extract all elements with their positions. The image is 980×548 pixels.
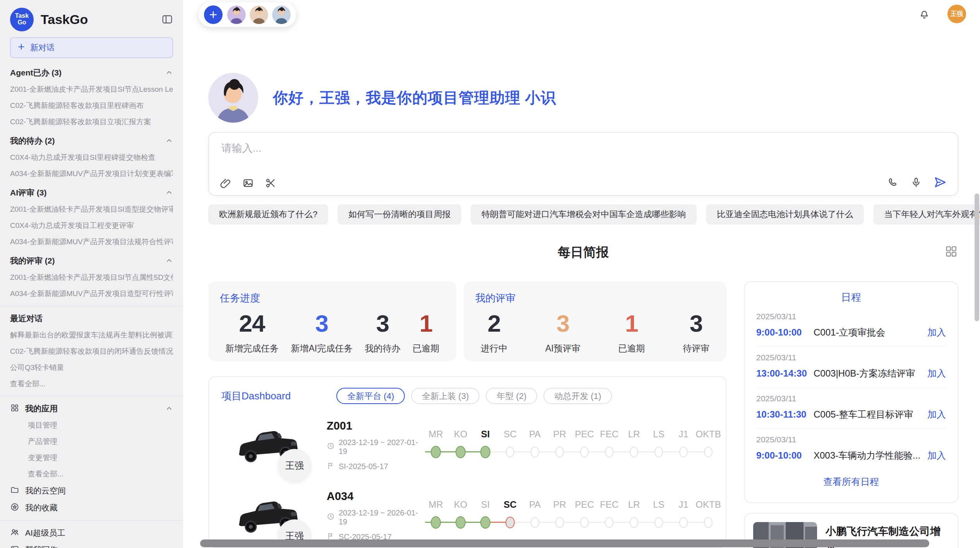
stat-value: 2 bbox=[481, 310, 507, 337]
milestone: PEC bbox=[572, 429, 597, 458]
notification-bell-icon[interactable] bbox=[918, 8, 930, 20]
project-dates: 2023-12-19 ~ 2027-01-19 bbox=[327, 438, 423, 456]
event-join-link[interactable]: 加入 bbox=[927, 449, 946, 462]
scissors-icon[interactable] bbox=[265, 177, 276, 189]
sidebar-item-cloud-space[interactable]: 我的云空间 bbox=[10, 482, 173, 499]
sidebar-task-item[interactable]: C0X4-动力总成开发项目SI里程碑提交物检查 bbox=[10, 149, 173, 166]
sidebar-section-header[interactable]: AI评审 (3) bbox=[10, 184, 173, 201]
milestone-label: LS bbox=[653, 429, 664, 442]
recent-chat-item[interactable]: 公司Q3轻卡销量 bbox=[10, 360, 173, 376]
section-title: Agent已办 (3) bbox=[10, 67, 62, 78]
suggestion-chip[interactable]: 欧洲新规最近颁布了什么? bbox=[208, 204, 328, 224]
schedule-event: 2025/03/119:00-10:00C001-立项审批会加入 bbox=[756, 306, 946, 347]
sidebar-task-item[interactable]: Z001-全新燃油皮卡产品开发项目SI节点Lesson Learn报告 bbox=[10, 81, 173, 98]
image-upload-icon[interactable] bbox=[242, 177, 254, 189]
event-time: 13:00-14:30 bbox=[756, 368, 814, 379]
project-owner-avatar: 王强 bbox=[278, 449, 311, 482]
event-join-link[interactable]: 加入 bbox=[927, 408, 946, 421]
sidebar-section-header[interactable]: 我的评审 (2) bbox=[10, 252, 173, 269]
send-icon[interactable] bbox=[934, 176, 947, 189]
layout-grid-icon[interactable] bbox=[944, 245, 958, 259]
event-name: C005-整车工程目标评审 bbox=[814, 408, 927, 421]
sidebar-section-header[interactable]: Agent已办 (3) bbox=[10, 64, 173, 81]
section-title: AI评审 (3) bbox=[10, 187, 47, 198]
dashboard-filter-tab[interactable]: 全新上装 (3) bbox=[411, 388, 480, 404]
stat-row: 2进行中3AI预评审1已逾期3待评审 bbox=[475, 305, 715, 354]
mic-icon[interactable] bbox=[910, 176, 922, 188]
horizontal-scrollbar[interactable] bbox=[200, 539, 929, 547]
chevron-up-icon bbox=[165, 69, 173, 77]
sidebar-task-item[interactable]: Z001-全新燃油轻卡产品开发项目SI造型提交物评审 bbox=[10, 201, 173, 217]
dashboard-filters: 全新平台 (4)全新上装 (3)年型 (2)动总开发 (1) bbox=[336, 388, 612, 404]
attach-icon[interactable] bbox=[220, 177, 231, 189]
stat-label: 进行中 bbox=[481, 342, 507, 354]
add-agent-button[interactable] bbox=[204, 5, 223, 24]
suggestion-chip[interactable]: 比亚迪全固态电池计划具体说了什么 bbox=[706, 204, 864, 224]
new-chat-button[interactable]: 新对话 bbox=[10, 37, 173, 58]
app-item[interactable]: 变更管理 bbox=[10, 450, 173, 466]
sidebar-item-people[interactable]: AI超级员工 bbox=[10, 524, 173, 541]
milestone-node bbox=[505, 517, 515, 528]
recent-chat-item[interactable]: C02-飞腾新能源轻客改款项目的闭环通告反馈情况 bbox=[10, 343, 173, 360]
milestone: PA bbox=[523, 429, 547, 458]
dashboard-filter-tab[interactable]: 年型 (2) bbox=[486, 388, 537, 404]
vertical-scrollbar[interactable] bbox=[975, 194, 979, 321]
recent-chat-item[interactable]: 解释最新出台的欧盟报废车法规再生塑料比例被调至15%... bbox=[10, 327, 173, 343]
suggestion-chip[interactable]: 当下年轻人对汽车外观有怎样的喜好趋势 bbox=[873, 204, 980, 224]
sidebar-section-header[interactable]: 我的待办 (2) bbox=[10, 132, 173, 149]
milestone-label: FEC bbox=[600, 429, 618, 442]
card-title: 任务进度 bbox=[220, 291, 445, 305]
dashboard-title: 项目Dashboard bbox=[221, 389, 291, 403]
stat: 3待评审 bbox=[683, 310, 709, 354]
event-join-link[interactable]: 加入 bbox=[927, 367, 946, 380]
milestone-label: PEC bbox=[575, 499, 594, 512]
agent-avatar[interactable] bbox=[227, 5, 246, 24]
suggestion-chip[interactable]: 如何写一份清晰的项目周报 bbox=[338, 204, 461, 224]
sidebar-item-photo[interactable]: 帮我写作 bbox=[10, 541, 173, 548]
phone-icon[interactable] bbox=[887, 176, 899, 188]
project-code: Z001 bbox=[327, 420, 423, 432]
app-logo: Task Go bbox=[10, 8, 34, 31]
sidebar-collapse-icon[interactable] bbox=[161, 14, 173, 25]
my-apps-header[interactable]: 我的应用 bbox=[10, 400, 173, 417]
milestone-node bbox=[555, 517, 564, 528]
agent-avatar[interactable] bbox=[250, 5, 268, 24]
chat-input[interactable] bbox=[221, 142, 880, 155]
chevron-up-icon bbox=[165, 257, 173, 265]
sidebar-task-item[interactable]: C02-飞腾新能源轻客改款项目里程碑画布 bbox=[10, 98, 173, 114]
project-dates-text: 2023-12-19 ~ 2027-01-19 bbox=[339, 438, 423, 456]
divider bbox=[0, 306, 183, 306]
sidebar-item-favorites[interactable]: 我的收藏 bbox=[10, 499, 173, 516]
dashboard-filter-tab[interactable]: 全新平台 (4) bbox=[336, 388, 405, 404]
sidebar-task-item[interactable]: A034-全新新能源MUV产品开发项目法规符合性评审 bbox=[10, 234, 173, 250]
sidebar-task-item[interactable]: C02-飞腾新能源轻客改款项目立项汇报方案 bbox=[10, 114, 173, 130]
view-all-apps-link[interactable]: 查看全部... bbox=[10, 466, 173, 482]
flag-icon bbox=[327, 462, 335, 472]
user-avatar[interactable]: 王强 bbox=[947, 5, 966, 23]
agent-avatar[interactable] bbox=[272, 5, 291, 24]
milestone-label: PEC bbox=[575, 429, 594, 442]
sidebar-task-item[interactable]: A034-全新新能源MUV产品开发项目造型可行性评审 bbox=[10, 286, 173, 302]
view-all-schedule-link[interactable]: 查看所有日程 bbox=[756, 476, 946, 488]
main-area: 王强 你好，王强，我是你的项目管理助理 小识 bbox=[183, 0, 980, 548]
suggestion-chips: 欧洲新规最近颁布了什么?如何写一份清晰的项目周报特朗普可能对进口汽车增税会对中国… bbox=[208, 204, 961, 224]
stat-value: 1 bbox=[413, 310, 439, 337]
schedule-event: 2025/03/1110:30-11:30C005-整车工程目标评审加入 bbox=[756, 388, 946, 429]
milestone: SI bbox=[473, 429, 498, 458]
project-row[interactable]: 王强Z0012023-12-19 ~ 2027-01-19SI-2025-05-… bbox=[221, 416, 726, 474]
event-join-link[interactable]: 加入 bbox=[927, 326, 946, 339]
project-row[interactable]: 王强A0342023-12-19 ~ 2026-01-19SC-2025-05-… bbox=[221, 487, 726, 545]
sidebar-task-item[interactable]: C0X4-动力总成开发项目工程变更评审 bbox=[10, 217, 173, 234]
project-flag-text: SI-2025-05-17 bbox=[339, 462, 388, 471]
dashboard-filter-tab[interactable]: 动总开发 (1) bbox=[543, 388, 612, 404]
sidebar-task-item[interactable]: Z001-全新燃油轻卡产品开发项目SI节点属性5D文件评审 bbox=[10, 269, 173, 286]
event-time: 9:00-10:00 bbox=[756, 450, 814, 461]
app-item[interactable]: 产品管理 bbox=[10, 433, 173, 450]
view-all-chats-link[interactable]: 查看全部... bbox=[10, 376, 173, 392]
app-item[interactable]: 项目管理 bbox=[10, 417, 173, 433]
sidebar-task-item[interactable]: A034-全新新能源MUV产品开发项目计划变更表编写 bbox=[10, 166, 173, 182]
suggestion-chip[interactable]: 特朗普可能对进口汽车增税会对中国车企造成哪些影响 bbox=[471, 204, 697, 224]
milestone-label: PA bbox=[529, 429, 541, 442]
event-time: 9:00-10:00 bbox=[756, 327, 814, 338]
milestone-track: MRKOSISCPAPRPECFECLRLSJ1OKTB bbox=[423, 429, 726, 458]
